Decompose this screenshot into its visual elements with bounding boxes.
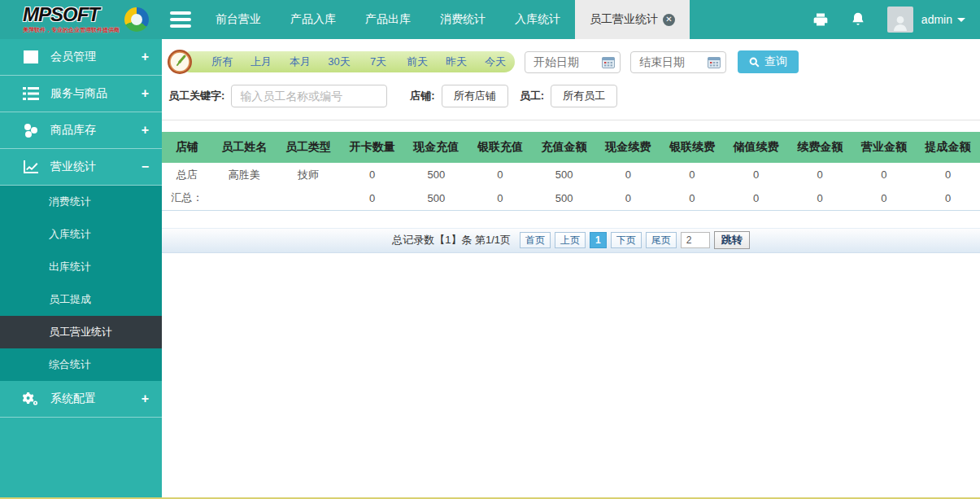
section-divider — [162, 120, 980, 120]
shop-select-button[interactable]: 所有店铺 — [442, 85, 508, 107]
tab-1[interactable]: 前台营业 — [201, 0, 276, 39]
table-cell: 0 — [852, 163, 917, 186]
table-cell: 0 — [788, 163, 852, 186]
sidebar-subitem-1[interactable]: 消费统计 — [0, 186, 162, 218]
sidebar-item-label: 系统配置 — [50, 392, 96, 406]
table-cell: 汇总： — [162, 186, 212, 210]
sidebar-item-label: 服务与商品 — [50, 86, 107, 101]
table-cell: 500 — [532, 163, 596, 186]
staff-select-button[interactable]: 所有员工 — [551, 85, 617, 107]
tab-5[interactable]: 入库统计 — [500, 0, 575, 39]
keyword-input[interactable] — [231, 85, 387, 107]
bell-icon[interactable] — [850, 11, 866, 28]
chart-line-icon — [23, 160, 39, 174]
logo-tagline: 美萍软件，专业的企业管理软件提供商 — [23, 26, 120, 34]
expand-icon[interactable]: + — [142, 392, 149, 406]
column-header: 现金充值 — [404, 132, 468, 163]
sidebar-item-4[interactable]: 营业统计− — [0, 149, 162, 186]
last-page-button[interactable]: 尾页 — [646, 232, 677, 248]
close-tab-icon[interactable]: ✕ — [663, 14, 675, 26]
staff-revenue-table: 店铺员工姓名员工类型开卡数量现金充值银联充值充值金额现金续费银联续费储值续费续费… — [162, 132, 980, 211]
tab-4[interactable]: 消费统计 — [425, 0, 500, 39]
table-cell — [277, 186, 341, 210]
expand-icon[interactable]: + — [142, 86, 149, 101]
table-cell — [212, 186, 277, 210]
quick-range-link-7[interactable]: 昨天 — [437, 55, 476, 69]
sidebar-subitem-6[interactable]: 综合统计 — [0, 348, 162, 381]
sidebar-subitem-3[interactable]: 出库统计 — [0, 251, 162, 283]
sidebar-item-2[interactable]: 服务与商品+ — [0, 76, 162, 112]
sidebar-item-label: 商品库存 — [50, 123, 96, 138]
user-menu[interactable]: admin — [921, 13, 965, 26]
printer-icon[interactable] — [812, 11, 829, 28]
start-date-input[interactable] — [534, 55, 599, 68]
inventory-nodes-icon — [23, 123, 39, 138]
tab-label: 产品出库 — [365, 12, 411, 27]
summary-row: 汇总：05000500000000 — [162, 186, 980, 210]
record-summary: 总记录数【1】条 第1/1页 — [392, 233, 511, 247]
first-page-button[interactable]: 首页 — [520, 232, 551, 248]
column-header: 员工姓名 — [212, 132, 277, 163]
calendar-icon[interactable] — [708, 56, 721, 68]
sidebar-item-1[interactable]: 会员管理+ — [0, 39, 162, 76]
sidebar-subitem-2[interactable]: 入库统计 — [0, 218, 162, 251]
column-header: 储值续费 — [724, 132, 788, 163]
column-header: 银联续费 — [660, 132, 725, 163]
menu-icon[interactable] — [170, 11, 191, 28]
column-header: 开卡数量 — [340, 132, 404, 163]
tab-3[interactable]: 产品出库 — [351, 0, 425, 39]
sidebar-item-3[interactable]: 商品库存+ — [0, 112, 162, 149]
quick-range-link-3[interactable]: 本月 — [281, 55, 320, 69]
sidebar-item-5[interactable]: 系统配置+ — [0, 381, 162, 418]
table-cell: 技师 — [277, 163, 341, 186]
tab-label: 消费统计 — [440, 12, 486, 27]
quick-date-pill: 所有上月本月30天7天前天昨天今天 — [180, 51, 515, 72]
table-cell: 0 — [660, 163, 725, 186]
tab-label: 前台营业 — [216, 12, 261, 27]
current-page-button[interactable]: 1 — [590, 232, 607, 248]
gears-icon — [23, 392, 39, 406]
tab-2[interactable]: 产品入库 — [276, 0, 351, 39]
header-actions: admin — [812, 0, 980, 39]
expand-icon[interactable]: + — [142, 123, 149, 138]
table-cell: 500 — [404, 163, 468, 186]
calendar-icon[interactable] — [602, 56, 615, 68]
expand-icon[interactable]: + — [142, 50, 149, 64]
quick-range-link-1[interactable]: 所有 — [203, 55, 242, 69]
table-cell: 0 — [340, 163, 404, 186]
table-cell: 0 — [724, 186, 788, 210]
search-button[interactable]: 查询 — [738, 50, 799, 73]
table-cell: 0 — [468, 186, 533, 210]
quick-range-link-4[interactable]: 30天 — [320, 55, 359, 69]
keyword-filter-row: 员工关键字: 店铺: 所有店铺 员工: 所有员工 — [168, 84, 980, 108]
logo-swirl-icon — [124, 7, 149, 32]
jump-page-input[interactable] — [681, 232, 710, 248]
sidebar-subitem-5[interactable]: 员工营业统计 — [0, 316, 162, 348]
table-cell: 0 — [916, 163, 980, 186]
quick-range-link-6[interactable]: 前天 — [398, 55, 437, 69]
collapse-icon[interactable]: − — [142, 160, 149, 174]
end-date-field[interactable] — [630, 51, 726, 73]
sidebar-submenu: 消费统计入库统计出库统计员工提成员工营业统计综合统计 — [0, 186, 162, 381]
sidebar-subitem-4[interactable]: 员工提成 — [0, 283, 162, 316]
tab-label: 入库统计 — [515, 12, 560, 27]
table-header-row: 店铺员工姓名员工类型开卡数量现金充值银联充值充值金额现金续费银联续费储值续费续费… — [162, 132, 980, 163]
quick-range-link-5[interactable]: 7天 — [359, 55, 398, 69]
column-header: 店铺 — [162, 132, 212, 163]
sidebar-item-label: 会员管理 — [50, 50, 96, 64]
logo-text: MPSOFT — [23, 5, 120, 24]
start-date-field[interactable] — [525, 51, 621, 73]
keyword-label: 员工关键字: — [168, 89, 224, 103]
quick-range-link-2[interactable]: 上月 — [242, 55, 281, 69]
prev-page-button[interactable]: 上页 — [555, 232, 586, 248]
table-cell: 高胜美 — [212, 163, 277, 186]
tab-6[interactable]: 员工营业统计✕ — [575, 0, 690, 39]
avatar[interactable] — [887, 7, 913, 33]
tab-label: 产品入库 — [290, 12, 336, 27]
next-page-button[interactable]: 下页 — [611, 232, 642, 248]
magnifier-icon — [749, 57, 760, 68]
quick-range-link-8[interactable]: 今天 — [476, 55, 515, 69]
column-header: 银联充值 — [468, 132, 533, 163]
jump-button[interactable]: 跳转 — [714, 231, 750, 249]
end-date-input[interactable] — [639, 55, 704, 68]
